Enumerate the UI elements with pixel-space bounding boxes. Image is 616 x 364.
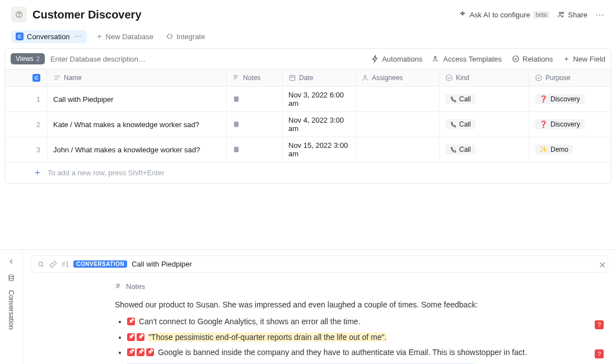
integrate-button[interactable]: Integrate — [162, 30, 208, 43]
col-name[interactable]: Name — [48, 69, 227, 86]
cell-assignees[interactable] — [356, 112, 440, 137]
cell-purpose[interactable]: Demo — [529, 137, 611, 162]
arrow-left-icon — [7, 258, 15, 265]
cell-date[interactable]: Nov 3, 2022 6:00 am — [283, 87, 356, 111]
cell-notes[interactable] — [227, 112, 283, 137]
svg-rect-10 — [234, 96, 239, 101]
new-field-button[interactable]: ＋ New Field — [563, 54, 605, 64]
new-database-button[interactable]: ＋ New Database — [92, 29, 157, 44]
ask-ai-button[interactable]: Ask AI to configure beta — [459, 11, 549, 19]
close-panel-button[interactable]: ✕ — [599, 260, 606, 270]
views-button[interactable]: Views 2 — [11, 53, 45, 64]
kind-chip: Call — [445, 94, 475, 104]
flag-icon — [127, 333, 135, 341]
flag-icon — [137, 348, 144, 356]
share-label: Share — [568, 11, 587, 19]
svg-point-8 — [446, 75, 452, 81]
cell-purpose[interactable]: Discovery — [529, 112, 611, 137]
check-circle-icon — [535, 74, 543, 82]
conversation-badge: CONVERSATION — [73, 260, 127, 268]
tab-conversation-label: Conversation — [27, 32, 70, 41]
cell-name[interactable]: John / What makes a knowledge worker sad… — [48, 137, 227, 162]
svg-point-14 — [39, 262, 43, 265]
phone-icon — [450, 96, 456, 102]
note-icon — [232, 95, 240, 103]
plus-icon: ＋ — [96, 31, 103, 41]
kind-chip: Call — [445, 119, 475, 129]
record-number: #1 — [62, 260, 69, 268]
cell-assignees[interactable] — [356, 87, 440, 111]
tab-more-button[interactable]: ⋯ — [73, 32, 82, 40]
person-icon — [361, 74, 369, 82]
notes-icon — [115, 283, 123, 291]
database-icon[interactable] — [7, 274, 15, 283]
automations-label: Automations — [382, 55, 422, 63]
flag-icon — [127, 318, 135, 325]
list-item: "Those pessimistic end-of-quarter report… — [127, 331, 591, 344]
ask-ai-label: Ask AI to configure — [469, 11, 530, 19]
svg-rect-12 — [234, 147, 239, 152]
col-notes[interactable]: Notes — [227, 69, 283, 86]
cell-name[interactable]: Call with Piedpiper — [48, 87, 227, 111]
integrate-label: Integrate — [176, 32, 205, 41]
notes-intro[interactable]: Showed our product to Susan. She was imp… — [115, 298, 591, 312]
comment-marker[interactable]: ? — [595, 349, 604, 358]
svg-point-1 — [19, 16, 20, 17]
cell-date[interactable]: Nov 15, 2022 3:00 am — [283, 137, 356, 162]
more-menu-button[interactable]: ⋯ — [595, 10, 605, 20]
new-database-label: New Database — [106, 32, 153, 41]
col-purpose[interactable]: Purpose — [529, 69, 611, 86]
check-circle-icon — [445, 74, 453, 82]
cell-notes[interactable] — [227, 137, 283, 162]
people-icon — [557, 11, 565, 18]
cell-kind[interactable]: Call — [440, 137, 529, 162]
cell-name[interactable]: Kate / What makes a knowledge worker sad… — [48, 112, 227, 137]
description-input[interactable] — [50, 55, 366, 63]
text-icon — [53, 74, 61, 82]
svg-point-13 — [9, 275, 13, 277]
access-templates-button[interactable]: Access Templates — [432, 55, 502, 63]
col-assignees[interactable]: Assignees — [356, 69, 440, 86]
note-icon — [232, 146, 240, 153]
left-rail: Conversation — [0, 250, 22, 364]
cell-purpose[interactable]: Discovery — [529, 87, 611, 111]
table-row[interactable]: 2Kate / What makes a knowledge worker sa… — [5, 112, 611, 137]
back-button[interactable] — [7, 258, 15, 267]
link-icon[interactable] — [49, 260, 57, 268]
access-label: Access Templates — [443, 55, 502, 63]
relations-label: Relations — [522, 55, 553, 63]
add-row-hint: To add a new row, press Shift+Enter — [48, 169, 164, 177]
data-table: C Name Notes Date Assignees Kind Purpose… — [4, 69, 612, 184]
table-row[interactable]: 1Call with PiedpiperNov 3, 2022 6:00 amC… — [5, 87, 611, 112]
notes-list[interactable]: Can't connect to Google Analytics, it sh… — [115, 315, 591, 364]
relations-button[interactable]: Relations — [512, 55, 553, 63]
cell-notes[interactable] — [227, 87, 283, 111]
cell-kind[interactable]: Call — [440, 112, 529, 137]
flag-icon — [127, 348, 135, 356]
flag-icon — [146, 348, 154, 356]
notes-icon — [232, 74, 240, 82]
automations-button[interactable]: Automations — [371, 55, 422, 63]
row-number: 2 — [5, 112, 48, 137]
flag-icon — [137, 333, 144, 341]
comment-marker[interactable]: ? — [595, 320, 604, 329]
col-kind[interactable]: Kind — [440, 69, 529, 86]
integrate-icon — [166, 32, 174, 40]
views-label: Views — [16, 55, 34, 63]
col-date[interactable]: Date — [283, 69, 356, 86]
tab-conversation[interactable]: C Conversation ⋯ — [11, 30, 87, 43]
cell-kind[interactable]: Call — [440, 87, 529, 111]
row-number: 3 — [5, 137, 48, 162]
kind-chip: Call — [445, 144, 475, 155]
share-button[interactable]: Share — [557, 11, 587, 19]
search-icon[interactable] — [37, 260, 45, 268]
list-item: She thinks that it is really cool to cor… — [127, 362, 591, 364]
cell-assignees[interactable] — [356, 137, 440, 162]
add-row-button[interactable]: ＋ To add a new row, press Shift+Enter — [5, 162, 611, 183]
panel-title: Call with Piedpiper — [132, 260, 192, 268]
cell-date[interactable]: Nov 4, 2022 3:00 am — [283, 112, 356, 137]
table-row[interactable]: 3John / What makes a knowledge worker sa… — [5, 137, 611, 162]
list-item: Google is banned inside the company and … — [127, 346, 591, 360]
rail-label: Conversation — [7, 290, 15, 330]
page-icon — [11, 7, 27, 22]
